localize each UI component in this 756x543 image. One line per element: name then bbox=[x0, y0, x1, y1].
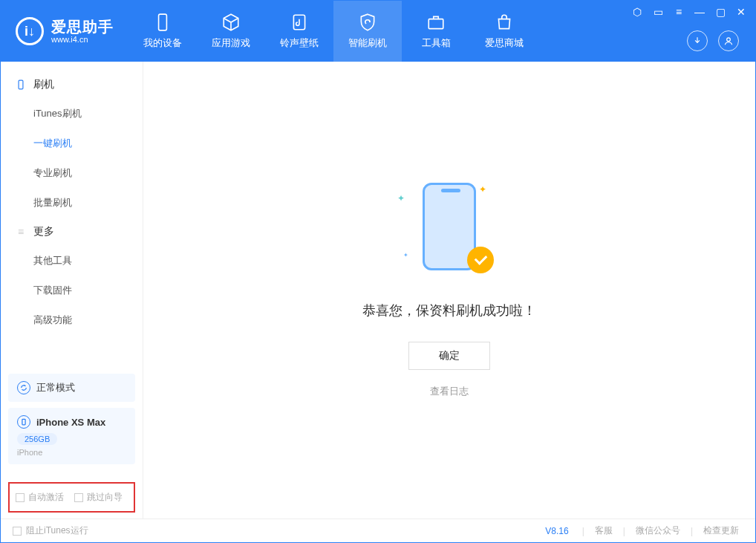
cube-icon bbox=[221, 13, 241, 32]
checkbox-label: 阻止iTunes运行 bbox=[26, 524, 88, 537]
main-content: ✦ ✦ ✦ 恭喜您，保资料刷机成功啦！ 确定 查看日志 bbox=[143, 62, 755, 518]
separator: | bbox=[623, 526, 625, 536]
tab-store[interactable]: 爱思商城 bbox=[470, 1, 538, 62]
checkbox-label: 自动激活 bbox=[28, 491, 64, 504]
section-label: 刷机 bbox=[33, 78, 54, 91]
sparkle-icon: ✦ bbox=[479, 184, 486, 195]
phone-small-icon bbox=[17, 415, 30, 429]
sidebar-item-oneclick-flash[interactable]: 一键刷机 bbox=[33, 129, 143, 158]
svg-point-3 bbox=[727, 38, 731, 42]
wechat-link[interactable]: 微信公众号 bbox=[631, 524, 685, 537]
sidebar-item-download-firmware[interactable]: 下载固件 bbox=[33, 276, 143, 305]
checkbox-label: 跳过向导 bbox=[87, 491, 123, 504]
tab-label: 智能刷机 bbox=[348, 36, 387, 50]
footer: 阻止iTunes运行 V8.16 | 客服 | 微信公众号 | 检查更新 bbox=[1, 518, 755, 542]
success-message: 恭喜您，保资料刷机成功啦！ bbox=[362, 302, 536, 319]
tab-my-device[interactable]: 我的设备 bbox=[128, 1, 197, 62]
mode-label: 正常模式 bbox=[36, 381, 75, 394]
music-file-icon bbox=[290, 13, 309, 32]
block-itunes-checkbox[interactable]: 阻止iTunes运行 bbox=[13, 524, 88, 537]
svg-rect-5 bbox=[22, 419, 25, 425]
sidebar-item-pro-flash[interactable]: 专业刷机 bbox=[33, 158, 143, 188]
ok-button[interactable]: 确定 bbox=[408, 342, 490, 370]
tab-toolbox[interactable]: 工具箱 bbox=[402, 1, 470, 62]
sidebar-section-more[interactable]: ≡ 更多 bbox=[1, 218, 143, 246]
header-actions bbox=[687, 30, 739, 51]
auto-activate-checkbox[interactable]: 自动激活 bbox=[16, 491, 64, 504]
device-name: iPhone XS Max bbox=[36, 417, 105, 428]
logo-area: i↓ 爱思助手 www.i4.cn bbox=[1, 1, 128, 62]
tab-apps-games[interactable]: 应用游戏 bbox=[197, 1, 265, 62]
header: i↓ 爱思助手 www.i4.cn 我的设备 应用游戏 铃声壁纸 智能刷机 工具… bbox=[1, 1, 755, 62]
tshirt-icon[interactable]: ⬡ bbox=[632, 7, 642, 17]
briefcase-icon bbox=[426, 13, 446, 32]
note-icon[interactable]: ▭ bbox=[653, 7, 663, 17]
tab-label: 工具箱 bbox=[422, 36, 451, 50]
app-subtitle: www.i4.cn bbox=[51, 35, 114, 44]
sync-icon bbox=[17, 381, 30, 394]
close-button[interactable]: ✕ bbox=[736, 7, 746, 17]
tab-label: 爱思商城 bbox=[485, 36, 524, 50]
sparkle-icon: ✦ bbox=[403, 252, 408, 259]
view-log-link[interactable]: 查看日志 bbox=[430, 385, 469, 398]
section-label: 更多 bbox=[33, 225, 54, 238]
tab-smart-flash[interactable]: 智能刷机 bbox=[333, 1, 402, 62]
storage-badge: 256GB bbox=[17, 433, 57, 445]
checkbox-icon bbox=[13, 527, 22, 536]
phone-icon bbox=[16, 79, 26, 90]
sidebar-item-itunes-flash[interactable]: iTunes刷机 bbox=[33, 99, 143, 129]
mode-card[interactable]: 正常模式 bbox=[8, 374, 135, 402]
device-icon bbox=[153, 13, 172, 32]
svg-rect-4 bbox=[19, 80, 23, 89]
tab-label: 应用游戏 bbox=[212, 36, 250, 50]
bag-icon bbox=[495, 13, 514, 32]
check-update-link[interactable]: 检查更新 bbox=[699, 524, 743, 537]
download-button[interactable] bbox=[687, 30, 708, 51]
sparkle-icon: ✦ bbox=[397, 193, 405, 204]
sidebar-item-other-tools[interactable]: 其他工具 bbox=[33, 246, 143, 276]
list-icon: ≡ bbox=[16, 227, 26, 237]
sidebar-item-advanced[interactable]: 高级功能 bbox=[33, 305, 143, 335]
separator: | bbox=[691, 526, 693, 536]
checkbox-icon bbox=[16, 493, 25, 502]
main-tabs: 我的设备 应用游戏 铃声壁纸 智能刷机 工具箱 爱思商城 bbox=[128, 1, 538, 62]
tab-ringtone-wallpaper[interactable]: 铃声壁纸 bbox=[265, 1, 333, 62]
svg-rect-2 bbox=[428, 19, 443, 29]
sidebar-section-flash[interactable]: 刷机 bbox=[1, 71, 143, 99]
support-link[interactable]: 客服 bbox=[590, 524, 617, 537]
success-illustration: ✦ ✦ ✦ bbox=[390, 183, 509, 279]
check-badge-icon bbox=[467, 247, 494, 273]
separator: | bbox=[582, 526, 584, 536]
tab-label: 铃声壁纸 bbox=[280, 36, 319, 50]
device-card[interactable]: iPhone XS Max 256GB iPhone bbox=[8, 408, 135, 464]
device-type: iPhone bbox=[17, 448, 126, 457]
window-controls: ⬡ ▭ ≡ ― ▢ ✕ bbox=[632, 7, 746, 17]
sidebar: 刷机 iTunes刷机 一键刷机 专业刷机 批量刷机 ≡ 更多 其他工具 下载固… bbox=[1, 62, 143, 518]
svg-rect-0 bbox=[159, 14, 167, 30]
app-title: 爱思助手 bbox=[51, 19, 114, 35]
menu-icon[interactable]: ≡ bbox=[674, 7, 684, 17]
sidebar-item-batch-flash[interactable]: 批量刷机 bbox=[33, 188, 143, 218]
maximize-button[interactable]: ▢ bbox=[715, 7, 726, 17]
shield-sync-icon bbox=[358, 13, 377, 32]
version-label: V8.16 bbox=[545, 526, 568, 536]
skip-guide-checkbox[interactable]: 跳过向导 bbox=[74, 491, 123, 504]
minimize-button[interactable]: ― bbox=[694, 7, 705, 17]
options-box: 自动激活 跳过向导 bbox=[8, 482, 135, 513]
tab-label: 我的设备 bbox=[143, 36, 182, 50]
user-button[interactable] bbox=[718, 30, 739, 51]
logo-icon: i↓ bbox=[16, 17, 44, 45]
checkbox-icon bbox=[74, 493, 83, 502]
